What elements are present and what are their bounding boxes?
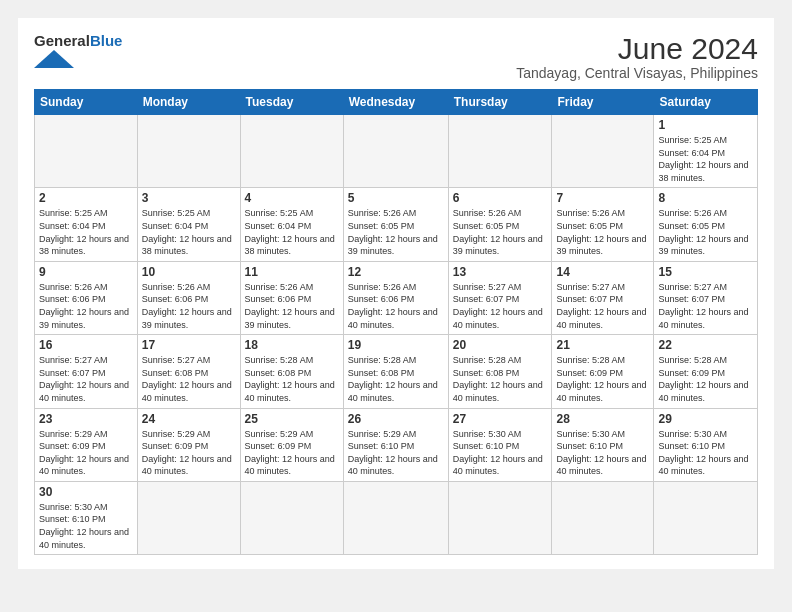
- header-monday: Monday: [137, 90, 240, 115]
- day-info: Sunrise: 5:27 AM Sunset: 6:07 PM Dayligh…: [453, 281, 548, 331]
- day-info: Sunrise: 5:28 AM Sunset: 6:08 PM Dayligh…: [245, 354, 339, 404]
- day-number: 12: [348, 265, 444, 279]
- logo-general: General: [34, 32, 90, 49]
- calendar-cell: 9Sunrise: 5:26 AM Sunset: 6:06 PM Daylig…: [35, 261, 138, 334]
- day-info: Sunrise: 5:26 AM Sunset: 6:05 PM Dayligh…: [556, 207, 649, 257]
- day-number: 26: [348, 412, 444, 426]
- calendar-page: GeneralBlue June 2024 Tandayag, Central …: [18, 18, 774, 569]
- calendar-cell: 14Sunrise: 5:27 AM Sunset: 6:07 PM Dayli…: [552, 261, 654, 334]
- day-info: Sunrise: 5:25 AM Sunset: 6:04 PM Dayligh…: [245, 207, 339, 257]
- calendar-cell: 29Sunrise: 5:30 AM Sunset: 6:10 PM Dayli…: [654, 408, 758, 481]
- calendar-cell: 16Sunrise: 5:27 AM Sunset: 6:07 PM Dayli…: [35, 335, 138, 408]
- day-number: 13: [453, 265, 548, 279]
- calendar-cell: 7Sunrise: 5:26 AM Sunset: 6:05 PM Daylig…: [552, 188, 654, 261]
- day-info: Sunrise: 5:30 AM Sunset: 6:10 PM Dayligh…: [453, 428, 548, 478]
- calendar-cell: 17Sunrise: 5:27 AM Sunset: 6:08 PM Dayli…: [137, 335, 240, 408]
- calendar-body: 1Sunrise: 5:25 AM Sunset: 6:04 PM Daylig…: [35, 115, 758, 555]
- header-thursday: Thursday: [448, 90, 552, 115]
- calendar-cell: 15Sunrise: 5:27 AM Sunset: 6:07 PM Dayli…: [654, 261, 758, 334]
- day-number: 25: [245, 412, 339, 426]
- day-info: Sunrise: 5:29 AM Sunset: 6:09 PM Dayligh…: [142, 428, 236, 478]
- day-number: 8: [658, 191, 753, 205]
- location-subtitle: Tandayag, Central Visayas, Philippines: [516, 65, 758, 81]
- day-number: 10: [142, 265, 236, 279]
- logo: GeneralBlue: [34, 32, 122, 68]
- day-info: Sunrise: 5:28 AM Sunset: 6:08 PM Dayligh…: [348, 354, 444, 404]
- day-info: Sunrise: 5:27 AM Sunset: 6:07 PM Dayligh…: [39, 354, 133, 404]
- calendar-week-1: 1Sunrise: 5:25 AM Sunset: 6:04 PM Daylig…: [35, 115, 758, 188]
- day-info: Sunrise: 5:27 AM Sunset: 6:07 PM Dayligh…: [658, 281, 753, 331]
- calendar-cell: 13Sunrise: 5:27 AM Sunset: 6:07 PM Dayli…: [448, 261, 552, 334]
- calendar-week-4: 16Sunrise: 5:27 AM Sunset: 6:07 PM Dayli…: [35, 335, 758, 408]
- day-number: 11: [245, 265, 339, 279]
- day-number: 15: [658, 265, 753, 279]
- calendar-cell: 19Sunrise: 5:28 AM Sunset: 6:08 PM Dayli…: [343, 335, 448, 408]
- day-info: Sunrise: 5:30 AM Sunset: 6:10 PM Dayligh…: [556, 428, 649, 478]
- calendar-cell: 26Sunrise: 5:29 AM Sunset: 6:10 PM Dayli…: [343, 408, 448, 481]
- day-info: Sunrise: 5:29 AM Sunset: 6:09 PM Dayligh…: [245, 428, 339, 478]
- day-info: Sunrise: 5:26 AM Sunset: 6:06 PM Dayligh…: [245, 281, 339, 331]
- calendar-cell: 3Sunrise: 5:25 AM Sunset: 6:04 PM Daylig…: [137, 188, 240, 261]
- day-number: 14: [556, 265, 649, 279]
- day-info: Sunrise: 5:26 AM Sunset: 6:06 PM Dayligh…: [39, 281, 133, 331]
- calendar-cell: [343, 481, 448, 554]
- header-saturday: Saturday: [654, 90, 758, 115]
- header-sunday: Sunday: [35, 90, 138, 115]
- day-number: 19: [348, 338, 444, 352]
- calendar-cell: [240, 481, 343, 554]
- day-info: Sunrise: 5:28 AM Sunset: 6:08 PM Dayligh…: [453, 354, 548, 404]
- header: GeneralBlue June 2024 Tandayag, Central …: [34, 32, 758, 81]
- day-info: Sunrise: 5:30 AM Sunset: 6:10 PM Dayligh…: [658, 428, 753, 478]
- day-number: 5: [348, 191, 444, 205]
- calendar-cell: 10Sunrise: 5:26 AM Sunset: 6:06 PM Dayli…: [137, 261, 240, 334]
- calendar-table: Sunday Monday Tuesday Wednesday Thursday…: [34, 89, 758, 555]
- logo-icon: [34, 50, 74, 68]
- calendar-cell: 27Sunrise: 5:30 AM Sunset: 6:10 PM Dayli…: [448, 408, 552, 481]
- header-tuesday: Tuesday: [240, 90, 343, 115]
- calendar-week-6: 30Sunrise: 5:30 AM Sunset: 6:10 PM Dayli…: [35, 481, 758, 554]
- calendar-cell: 24Sunrise: 5:29 AM Sunset: 6:09 PM Dayli…: [137, 408, 240, 481]
- calendar-cell: [654, 481, 758, 554]
- calendar-cell: [448, 481, 552, 554]
- day-info: Sunrise: 5:26 AM Sunset: 6:06 PM Dayligh…: [348, 281, 444, 331]
- calendar-cell: [35, 115, 138, 188]
- day-info: Sunrise: 5:27 AM Sunset: 6:08 PM Dayligh…: [142, 354, 236, 404]
- day-number: 3: [142, 191, 236, 205]
- day-number: 23: [39, 412, 133, 426]
- day-info: Sunrise: 5:29 AM Sunset: 6:09 PM Dayligh…: [39, 428, 133, 478]
- svg-marker-0: [34, 50, 74, 68]
- day-number: 22: [658, 338, 753, 352]
- calendar-week-2: 2Sunrise: 5:25 AM Sunset: 6:04 PM Daylig…: [35, 188, 758, 261]
- calendar-cell: [137, 481, 240, 554]
- calendar-cell: [552, 481, 654, 554]
- calendar-cell: [343, 115, 448, 188]
- day-number: 4: [245, 191, 339, 205]
- day-number: 17: [142, 338, 236, 352]
- day-info: Sunrise: 5:25 AM Sunset: 6:04 PM Dayligh…: [39, 207, 133, 257]
- calendar-header: Sunday Monday Tuesday Wednesday Thursday…: [35, 90, 758, 115]
- day-number: 18: [245, 338, 339, 352]
- day-info: Sunrise: 5:25 AM Sunset: 6:04 PM Dayligh…: [142, 207, 236, 257]
- day-number: 2: [39, 191, 133, 205]
- day-number: 24: [142, 412, 236, 426]
- calendar-cell: 5Sunrise: 5:26 AM Sunset: 6:05 PM Daylig…: [343, 188, 448, 261]
- title-block: June 2024 Tandayag, Central Visayas, Phi…: [516, 32, 758, 81]
- day-info: Sunrise: 5:29 AM Sunset: 6:10 PM Dayligh…: [348, 428, 444, 478]
- calendar-cell: 28Sunrise: 5:30 AM Sunset: 6:10 PM Dayli…: [552, 408, 654, 481]
- day-number: 30: [39, 485, 133, 499]
- day-info: Sunrise: 5:30 AM Sunset: 6:10 PM Dayligh…: [39, 501, 133, 551]
- day-info: Sunrise: 5:26 AM Sunset: 6:05 PM Dayligh…: [658, 207, 753, 257]
- day-number: 20: [453, 338, 548, 352]
- logo-blue: Blue: [90, 32, 123, 49]
- calendar-cell: 25Sunrise: 5:29 AM Sunset: 6:09 PM Dayli…: [240, 408, 343, 481]
- header-friday: Friday: [552, 90, 654, 115]
- calendar-week-3: 9Sunrise: 5:26 AM Sunset: 6:06 PM Daylig…: [35, 261, 758, 334]
- calendar-cell: 21Sunrise: 5:28 AM Sunset: 6:09 PM Dayli…: [552, 335, 654, 408]
- day-number: 6: [453, 191, 548, 205]
- day-info: Sunrise: 5:26 AM Sunset: 6:05 PM Dayligh…: [453, 207, 548, 257]
- calendar-cell: 1Sunrise: 5:25 AM Sunset: 6:04 PM Daylig…: [654, 115, 758, 188]
- day-info: Sunrise: 5:28 AM Sunset: 6:09 PM Dayligh…: [556, 354, 649, 404]
- month-year-title: June 2024: [516, 32, 758, 65]
- day-number: 7: [556, 191, 649, 205]
- day-number: 28: [556, 412, 649, 426]
